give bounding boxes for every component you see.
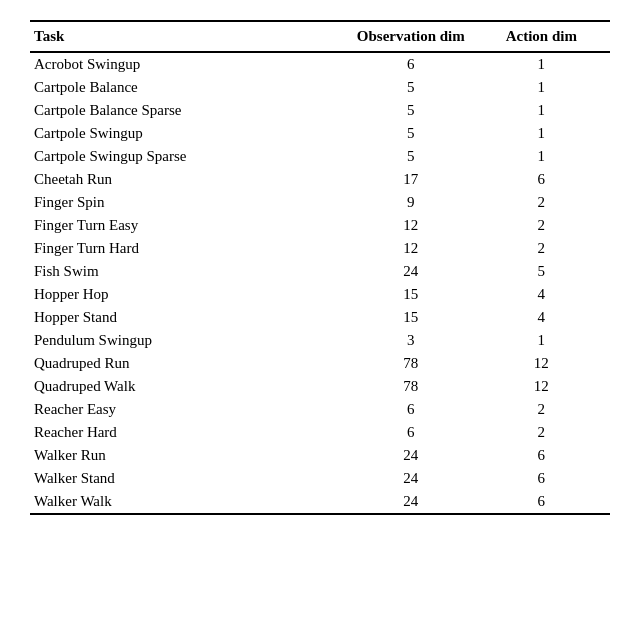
obs-cell: 24: [349, 490, 477, 514]
table-header-row: Task Observation dim Action dim: [30, 21, 610, 52]
task-cell: Hopper Stand: [30, 306, 349, 329]
obs-cell: 15: [349, 306, 477, 329]
task-cell: Walker Stand: [30, 467, 349, 490]
act-cell: 2: [477, 214, 610, 237]
table-row: Walker Walk246: [30, 490, 610, 514]
obs-cell: 17: [349, 168, 477, 191]
act-cell: 2: [477, 398, 610, 421]
table-row: Cartpole Balance Sparse51: [30, 99, 610, 122]
task-cell: Hopper Hop: [30, 283, 349, 306]
act-cell: 1: [477, 329, 610, 352]
task-cell: Acrobot Swingup: [30, 52, 349, 76]
table-row: Cartpole Swingup51: [30, 122, 610, 145]
table-row: Pendulum Swingup31: [30, 329, 610, 352]
task-cell: Quadruped Walk: [30, 375, 349, 398]
obs-cell: 78: [349, 375, 477, 398]
obs-cell: 78: [349, 352, 477, 375]
task-cell: Reacher Hard: [30, 421, 349, 444]
table-row: Cheetah Run176: [30, 168, 610, 191]
obs-cell: 12: [349, 237, 477, 260]
table-container: Task Observation dim Action dim Acrobot …: [30, 20, 610, 515]
table-row: Finger Turn Hard122: [30, 237, 610, 260]
obs-cell: 9: [349, 191, 477, 214]
obs-cell: 15: [349, 283, 477, 306]
task-column-header: Task: [30, 21, 349, 52]
task-cell: Cartpole Balance Sparse: [30, 99, 349, 122]
obs-cell: 6: [349, 421, 477, 444]
obs-cell: 5: [349, 122, 477, 145]
task-cell: Finger Spin: [30, 191, 349, 214]
task-cell: Fish Swim: [30, 260, 349, 283]
obs-cell: 24: [349, 260, 477, 283]
table-row: Quadruped Run7812: [30, 352, 610, 375]
task-cell: Cartpole Balance: [30, 76, 349, 99]
act-cell: 12: [477, 352, 610, 375]
act-cell: 12: [477, 375, 610, 398]
obs-cell: 24: [349, 444, 477, 467]
task-cell: Walker Run: [30, 444, 349, 467]
act-cell: 1: [477, 145, 610, 168]
act-column-header: Action dim: [477, 21, 610, 52]
act-cell: 2: [477, 237, 610, 260]
act-cell: 2: [477, 191, 610, 214]
table-row: Fish Swim245: [30, 260, 610, 283]
act-cell: 5: [477, 260, 610, 283]
obs-cell: 5: [349, 145, 477, 168]
act-cell: 6: [477, 168, 610, 191]
table-row: Walker Stand246: [30, 467, 610, 490]
table-row: Quadruped Walk7812: [30, 375, 610, 398]
task-cell: Cartpole Swingup: [30, 122, 349, 145]
table-row: Walker Run246: [30, 444, 610, 467]
act-cell: 6: [477, 444, 610, 467]
act-cell: 2: [477, 421, 610, 444]
table-row: Reacher Hard62: [30, 421, 610, 444]
table-row: Reacher Easy62: [30, 398, 610, 421]
task-cell: Pendulum Swingup: [30, 329, 349, 352]
data-table: Task Observation dim Action dim Acrobot …: [30, 20, 610, 515]
act-cell: 4: [477, 306, 610, 329]
obs-cell: 6: [349, 398, 477, 421]
task-cell: Cheetah Run: [30, 168, 349, 191]
act-cell: 6: [477, 490, 610, 514]
act-cell: 4: [477, 283, 610, 306]
table-row: Hopper Stand154: [30, 306, 610, 329]
obs-cell: 24: [349, 467, 477, 490]
table-row: Hopper Hop154: [30, 283, 610, 306]
table-row: Finger Turn Easy122: [30, 214, 610, 237]
task-cell: Walker Walk: [30, 490, 349, 514]
obs-column-header: Observation dim: [349, 21, 477, 52]
act-cell: 1: [477, 99, 610, 122]
table-row: Cartpole Balance51: [30, 76, 610, 99]
task-cell: Finger Turn Hard: [30, 237, 349, 260]
act-cell: 1: [477, 76, 610, 99]
act-cell: 1: [477, 52, 610, 76]
task-cell: Finger Turn Easy: [30, 214, 349, 237]
obs-cell: 12: [349, 214, 477, 237]
table-row: Cartpole Swingup Sparse51: [30, 145, 610, 168]
table-row: Finger Spin92: [30, 191, 610, 214]
obs-cell: 5: [349, 76, 477, 99]
obs-cell: 3: [349, 329, 477, 352]
task-cell: Reacher Easy: [30, 398, 349, 421]
task-cell: Cartpole Swingup Sparse: [30, 145, 349, 168]
obs-cell: 5: [349, 99, 477, 122]
task-cell: Quadruped Run: [30, 352, 349, 375]
act-cell: 1: [477, 122, 610, 145]
obs-cell: 6: [349, 52, 477, 76]
act-cell: 6: [477, 467, 610, 490]
table-row: Acrobot Swingup61: [30, 52, 610, 76]
